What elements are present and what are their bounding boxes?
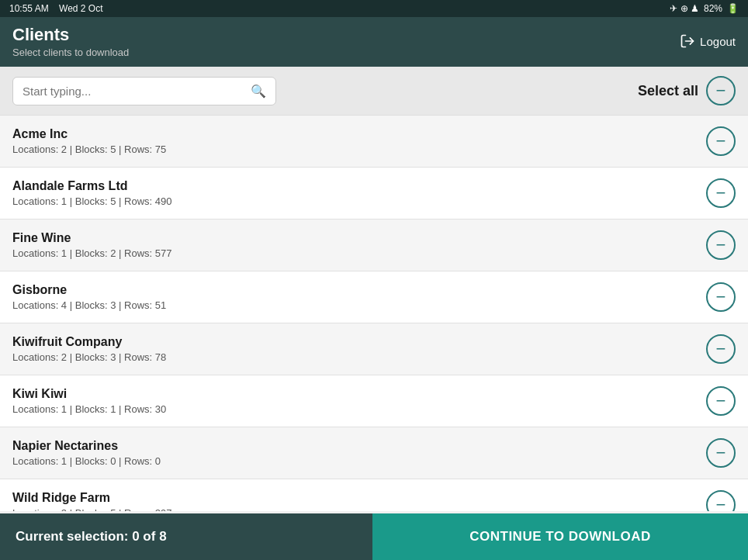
client-name: Acme Inc <box>12 127 166 141</box>
minus-icon: − <box>716 496 726 511</box>
status-right: ✈ ⊕ ♟ 82% 🔋 <box>670 3 739 14</box>
client-toggle-button[interactable]: − <box>706 438 736 468</box>
list-item[interactable]: Napier Nectarines Locations: 1 | Blocks:… <box>0 427 748 479</box>
minus-icon: − <box>716 82 726 99</box>
client-info: Kiwi Kiwi Locations: 1 | Blocks: 1 | Row… <box>12 387 166 415</box>
client-info: Alandale Farms Ltd Locations: 1 | Blocks… <box>12 179 171 207</box>
search-input[interactable] <box>23 85 251 98</box>
header: Clients Select clients to download Logou… <box>0 17 748 67</box>
select-all-area: Select all − <box>638 76 736 105</box>
client-list: Acme Inc Locations: 2 | Blocks: 5 | Rows… <box>0 116 748 511</box>
date-display: Wed 2 Oct <box>59 3 102 14</box>
logout-button[interactable]: Logout <box>680 33 736 49</box>
header-subtitle: Select clients to download <box>12 47 129 58</box>
list-item[interactable]: Acme Inc Locations: 2 | Blocks: 5 | Rows… <box>0 116 748 168</box>
select-all-button[interactable]: − <box>706 76 736 105</box>
client-toggle-button[interactable]: − <box>706 490 736 511</box>
client-name: Gisborne <box>12 283 166 297</box>
search-input-wrapper: 🔍 <box>12 77 276 105</box>
list-item[interactable]: Fine Wine Locations: 1 | Blocks: 2 | Row… <box>0 220 748 271</box>
client-info: Kiwifruit Company Locations: 2 | Blocks:… <box>12 335 166 363</box>
client-meta: Locations: 2 | Blocks: 5 | Rows: 75 <box>12 143 166 155</box>
client-toggle-button[interactable]: − <box>706 282 736 312</box>
list-item[interactable]: Gisborne Locations: 4 | Blocks: 3 | Rows… <box>0 271 748 323</box>
minus-icon: − <box>716 444 726 461</box>
client-meta: Locations: 4 | Blocks: 3 | Rows: 51 <box>12 299 166 311</box>
client-name: Alandale Farms Ltd <box>12 179 171 193</box>
minus-icon: − <box>716 237 726 254</box>
minus-icon: − <box>716 133 726 150</box>
client-name: Wild Ridge Farm <box>12 491 171 505</box>
selection-label: Current selection: 0 of 8 <box>16 529 167 544</box>
client-meta: Locations: 2 | Blocks: 5 | Rows: 297 <box>12 507 171 511</box>
page-title: Clients <box>12 25 129 45</box>
list-item[interactable]: Wild Ridge Farm Locations: 2 | Blocks: 5… <box>0 479 748 511</box>
client-meta: Locations: 1 | Blocks: 1 | Rows: 30 <box>12 403 166 415</box>
search-icon: 🔍 <box>251 84 266 99</box>
minus-icon: − <box>716 185 726 202</box>
list-item[interactable]: Alandale Farms Ltd Locations: 1 | Blocks… <box>0 168 748 220</box>
logout-icon <box>680 33 695 49</box>
client-toggle-button[interactable]: − <box>706 178 736 208</box>
status-bar: 10:55 AM Wed 2 Oct ✈ ⊕ ♟ 82% 🔋 <box>0 0 748 17</box>
client-meta: Locations: 1 | Blocks: 5 | Rows: 490 <box>12 195 171 207</box>
minus-icon: − <box>716 289 726 306</box>
minus-icon: − <box>716 340 726 358</box>
time-display: 10:55 AM <box>9 3 49 14</box>
continue-label: CONTINUE TO DOWNLOAD <box>469 529 651 544</box>
client-toggle-button[interactable]: − <box>706 126 736 156</box>
client-info: Gisborne Locations: 4 | Blocks: 3 | Rows… <box>12 283 166 311</box>
list-item[interactable]: Kiwifruit Company Locations: 2 | Blocks:… <box>0 323 748 375</box>
client-toggle-button[interactable]: − <box>706 334 736 364</box>
status-icons: ✈ ⊕ ♟ <box>670 3 699 14</box>
client-info: Fine Wine Locations: 1 | Blocks: 2 | Row… <box>12 231 171 259</box>
list-item[interactable]: Kiwi Kiwi Locations: 1 | Blocks: 1 | Row… <box>0 375 748 427</box>
battery-label: 82% <box>704 3 722 14</box>
client-toggle-button[interactable]: − <box>706 230 736 260</box>
footer: Current selection: 0 of 8 CONTINUE TO DO… <box>0 513 748 560</box>
select-all-label: Select all <box>638 83 698 99</box>
client-name: Napier Nectarines <box>12 439 161 453</box>
client-name: Kiwi Kiwi <box>12 387 166 401</box>
search-bar-area: 🔍 Select all − <box>0 67 748 116</box>
client-meta: Locations: 2 | Blocks: 3 | Rows: 78 <box>12 351 166 363</box>
client-info: Napier Nectarines Locations: 1 | Blocks:… <box>12 439 161 467</box>
client-meta: Locations: 1 | Blocks: 2 | Rows: 577 <box>12 247 171 259</box>
client-info: Wild Ridge Farm Locations: 2 | Blocks: 5… <box>12 491 171 511</box>
client-info: Acme Inc Locations: 2 | Blocks: 5 | Rows… <box>12 127 166 155</box>
logout-label: Logout <box>700 35 736 48</box>
client-name: Fine Wine <box>12 231 171 245</box>
footer-selection: Current selection: 0 of 8 <box>0 513 372 560</box>
client-name: Kiwifruit Company <box>12 335 166 349</box>
battery-icon: 🔋 <box>727 3 739 14</box>
continue-button[interactable]: CONTINUE TO DOWNLOAD <box>372 513 748 560</box>
client-meta: Locations: 1 | Blocks: 0 | Rows: 0 <box>12 455 161 467</box>
client-toggle-button[interactable]: − <box>706 386 736 416</box>
status-time: 10:55 AM Wed 2 Oct <box>9 3 103 14</box>
header-left: Clients Select clients to download <box>12 25 129 58</box>
minus-icon: − <box>716 392 726 410</box>
